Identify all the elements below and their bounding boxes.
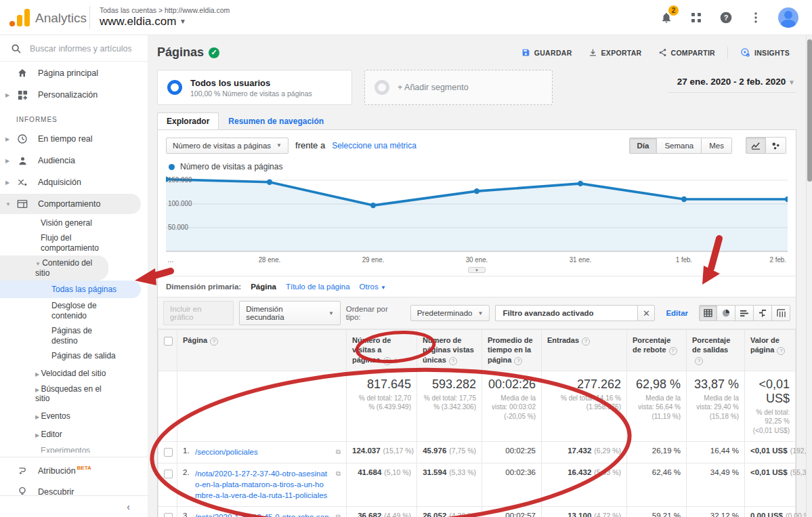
add-segment-button[interactable]: + Añadir segmento <box>364 70 553 105</box>
sort-type-dropdown[interactable]: Predeterminado▼ <box>410 305 490 321</box>
sidebar-item-site-search[interactable]: ▶ Búsquedas en el sitio <box>0 381 112 407</box>
sidebar-item-attribution[interactable]: AtribuciónBETA <box>0 460 148 480</box>
vertical-scrollbar[interactable] <box>806 35 812 517</box>
trend-chart[interactable]: 50.000100.000150.000…28 ene.29 ene.30 en… <box>158 173 796 273</box>
pivot-view-button[interactable] <box>772 305 790 321</box>
avatar[interactable] <box>778 7 798 28</box>
sidebar-item-publisher[interactable]: ▶ Editor <box>0 424 148 442</box>
clear-filter-button[interactable]: ✕ <box>637 305 655 321</box>
sidebar-item-content-drilldown[interactable]: Desglose de contenido <box>0 298 115 323</box>
sidebar-item-home[interactable]: Página principal <box>0 63 148 83</box>
help-circle-icon[interactable]: ? <box>383 357 391 365</box>
sidebar-item-landing-pages[interactable]: Páginas de destino <box>0 323 115 348</box>
svg-text:30 ene.: 30 ene. <box>466 256 488 264</box>
account-selector[interactable]: www.eldia.com ▼ <box>100 15 230 28</box>
svg-text:50.000: 50.000 <box>168 224 188 231</box>
tab-explorer[interactable]: Explorador <box>157 112 219 129</box>
column-header-page[interactable]: Página? <box>177 330 347 371</box>
sidebar-item-exit-pages[interactable]: Páginas de salida <box>0 348 148 363</box>
external-link-icon[interactable]: ⧉ <box>336 470 341 478</box>
plot-rows-button: Incluir en gráfico <box>163 301 234 325</box>
sidebar-search[interactable] <box>0 35 148 62</box>
dimension-page[interactable]: Página <box>251 283 276 291</box>
column-header-pageviews[interactable]: Número de visitas a páginas?↓ <box>347 330 417 371</box>
table-view-button[interactable] <box>699 305 717 321</box>
table-header-row: Página? Número de visitas a páginas?↓ Nú… <box>158 330 796 371</box>
share-icon <box>658 48 667 57</box>
row-checkbox[interactable] <box>164 513 173 517</box>
sidebar-collapse-button[interactable]: ‹ <box>0 495 148 517</box>
row-checkbox[interactable] <box>164 470 173 478</box>
search-input[interactable] <box>30 44 131 54</box>
page-url-link[interactable]: /nota/2020-1-27-2-37-40-otro-asesinato-e… <box>195 468 330 501</box>
column-header-avg-time[interactable]: Promedio de tiempo en la página? <box>482 330 542 371</box>
sidebar-item-behavior[interactable]: ▼ Comportamiento <box>0 194 141 214</box>
summary-unique: 593.282 <box>423 377 476 392</box>
chart-slider-handle[interactable]: ▼ <box>468 267 486 273</box>
sidebar-item-customization[interactable]: ▶ Personalización <box>0 85 148 105</box>
summary-bounce: 62,98 % <box>633 377 681 392</box>
date-range-selector[interactable]: 27 ene. 2020 - 2 feb. 2020 ▼ <box>668 77 796 93</box>
page-title: Páginas ✓ <box>157 45 219 60</box>
sidebar-item-overview[interactable]: Visión general <box>0 215 148 230</box>
select-all-checkbox[interactable] <box>164 337 173 346</box>
line-chart-view-button[interactable] <box>746 137 766 154</box>
select-metric-link[interactable]: Seleccione una métrica <box>332 141 416 150</box>
dimension-other[interactable]: Otros ▼ <box>360 283 386 291</box>
metric-dropdown[interactable]: Número de visitas a páginas▼ <box>166 138 289 154</box>
tab-navigation-summary[interactable]: Resumen de navegación <box>219 113 333 129</box>
help-circle-icon[interactable]: ? <box>695 357 703 365</box>
external-link-icon[interactable]: ⧉ <box>336 448 341 456</box>
scrollbar-thumb[interactable] <box>807 39 812 182</box>
share-button[interactable]: COMPARTIR <box>651 44 723 61</box>
help-circle-icon[interactable]: ? <box>210 337 218 346</box>
sidebar-item-events[interactable]: ▶ Eventos <box>0 406 148 423</box>
granularity-day-button[interactable]: Día <box>629 138 658 154</box>
advanced-filter-field[interactable]: Filtro avanzado activado <box>495 305 637 321</box>
secondary-dimension-dropdown[interactable]: Dimensión secundaria▼ <box>239 301 341 325</box>
external-link-icon[interactable]: ⧉ <box>336 513 341 517</box>
row-checkbox[interactable] <box>164 448 173 457</box>
analytics-logo[interactable]: Analytics <box>0 9 89 26</box>
help-circle-icon[interactable]: ? <box>669 347 677 355</box>
edit-filter-link[interactable]: Editar <box>666 309 688 317</box>
sidebar-item-experiments[interactable]: Experimentos <box>0 442 148 453</box>
granularity-month-button[interactable]: Mes <box>702 138 732 154</box>
column-header-unique-pageviews[interactable]: Número de páginas vistas únicas? <box>417 330 482 371</box>
dimension-page-title[interactable]: Título de la página <box>286 283 350 291</box>
clock-icon <box>16 133 28 144</box>
help-circle-icon[interactable]: ? <box>449 357 457 365</box>
sidebar-divider <box>0 457 148 457</box>
sidebar-item-audience[interactable]: ▶ Audiencia <box>0 150 148 171</box>
sidebar-item-site-content[interactable]: ▼ Contenido del sitio <box>0 255 108 281</box>
apps-grid-icon[interactable] <box>689 10 704 25</box>
percentage-view-button[interactable] <box>717 305 735 321</box>
comparison-view-button[interactable] <box>754 305 772 321</box>
column-header-exit-rate[interactable]: Porcentaje de salidas? <box>687 330 745 371</box>
help-circle-icon[interactable]: ? <box>582 337 590 346</box>
notifications-bell-icon[interactable]: 2 <box>659 10 674 25</box>
insights-button[interactable]: + INSIGHTS <box>733 43 796 62</box>
save-button[interactable]: GUARDAR <box>515 44 579 61</box>
scatter-view-button[interactable] <box>766 137 786 154</box>
column-header-page-value[interactable]: Valor de página? <box>745 330 796 371</box>
export-button[interactable]: EXPORTAR <box>582 44 649 61</box>
page-url-link[interactable]: /nota/2020-1-30-10-45-0-otro-robo-sangri… <box>195 512 330 517</box>
sidebar-item-acquisition[interactable]: ▶ Adquisición <box>0 172 148 192</box>
help-circle-icon[interactable]: ? <box>777 347 785 355</box>
performance-view-button[interactable] <box>735 305 754 321</box>
sidebar-item-behavior-flow[interactable]: Flujo del comportamiento <box>0 230 102 255</box>
sidebar-item-realtime[interactable]: ▶ En tiempo real <box>0 129 148 149</box>
granularity-week-button[interactable]: Semana <box>657 138 702 154</box>
segment-card-all-users[interactable]: Todos los usuarios 100,00 % Número de vi… <box>157 70 352 105</box>
more-vert-icon[interactable] <box>748 10 763 25</box>
sidebar-item-all-pages[interactable]: Todas las páginas <box>0 281 141 298</box>
page-url-link[interactable]: /seccion/policiales <box>195 447 330 457</box>
breadcrumb: Todas las cuentas > http://www.eldia.com <box>100 6 230 14</box>
column-header-bounce-rate[interactable]: Porcentaje de rebote? <box>627 330 687 371</box>
column-header-entrances[interactable]: Entradas? <box>542 330 627 371</box>
svg-text:100.000: 100.000 <box>168 200 192 207</box>
sidebar-item-site-speed[interactable]: ▶ Velocidad del sitio <box>0 363 148 381</box>
help-icon[interactable]: ? <box>719 10 733 25</box>
help-circle-icon[interactable]: ? <box>514 357 522 365</box>
